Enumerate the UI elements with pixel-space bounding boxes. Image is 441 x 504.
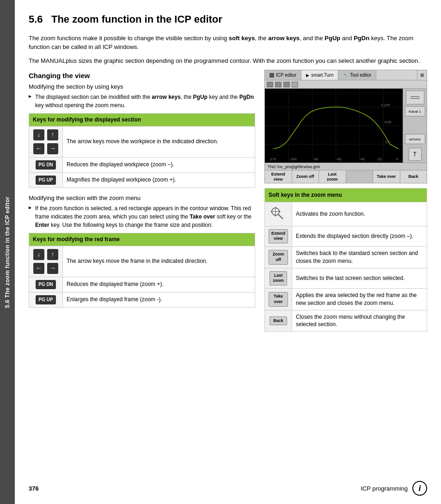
sk-takeover-btn[interactable]: Take over <box>269 292 288 306</box>
icp-softkey-empty <box>346 170 374 183</box>
icp-status-bar: TNC:\nc_prog\gti\krwise.gmi <box>265 163 427 170</box>
icp-tab-editor[interactable]: ICP editor <box>265 70 301 80</box>
footer-right: ICP programming i <box>361 481 427 496</box>
bullet-zoom-menu: If the zoom function is selected, a red … <box>29 204 255 229</box>
pgup-key: PG UP <box>36 176 55 185</box>
tool-icon: 🔧 <box>343 73 348 78</box>
table-row: Back Closes the zoom menu without changi… <box>265 310 427 332</box>
tb-btn-3[interactable] <box>283 82 290 87</box>
sk-zoomoff-cell: Zoom off <box>265 247 292 268</box>
svg-marker-22 <box>275 206 276 208</box>
table-row: Zoom off Switches back to the standard s… <box>265 247 427 268</box>
icp-softkey-bar: Extend view Zoom off Last zoom Take over… <box>265 170 427 183</box>
arrow-pair-ud: ↓ ↑ <box>33 129 59 141</box>
svg-text:-170: -170 <box>269 157 276 161</box>
key-cell-pgdn: PG DN <box>29 157 63 172</box>
icp-right-panel: Kanal 1 service T <box>403 89 427 163</box>
right-panel-top-btn[interactable] <box>406 91 424 104</box>
icp-tab-icon <box>270 73 274 78</box>
chart-svg: -170 -100 -90 -60 -40 -20 0 0.125 0.05 0… <box>265 89 403 163</box>
two-col-layout: Changing the view Modifying the section … <box>29 70 427 332</box>
tb-btn-1[interactable] <box>267 82 273 87</box>
sk-lastzoom-label: Last zoom <box>273 273 284 283</box>
section-title: The zoom function in the ICP editor <box>51 13 222 25</box>
icp-t-btn[interactable]: T <box>409 148 422 161</box>
key-cell-arrows-ud-2: ↓ ↑ ← → <box>29 246 63 277</box>
table-row: PG DN Reduces the displayed frame (zoom … <box>29 277 255 292</box>
icp-status-text: TNC:\nc_prog\gti\krwise.gmi <box>268 164 320 169</box>
icp-tab-tool[interactable]: 🔧 Tool editor <box>338 70 376 80</box>
arrow-right-icon: → <box>47 143 58 154</box>
table2-row1-desc: The arrow keys move the frame in the ind… <box>63 246 255 277</box>
table1-row2-desc: Reduces the displayed workpiece (zoom –)… <box>63 157 255 172</box>
sk-row6-desc: Closes the zoom menu without changing th… <box>292 310 427 332</box>
table-row: PG UP Enlarges the displayed frame (zoom… <box>29 292 255 307</box>
icp-softkey-takeover[interactable]: Take over <box>373 170 400 183</box>
key-cell-pgup-2: PG UP <box>29 292 63 307</box>
main-content: 5.6 The zoom function in the ICP editor … <box>15 0 441 341</box>
icp-tab-smartturn[interactable]: ▶ smart.Turn <box>301 70 338 80</box>
svg-text:-20: -20 <box>377 157 382 161</box>
tb-btn-2[interactable] <box>275 82 282 87</box>
svg-text:0: 0 <box>396 157 398 161</box>
arrow-pair-lr-2: ← → <box>33 262 59 274</box>
icp-tool-label: Tool editor <box>350 73 371 78</box>
icp-softkey-back[interactable]: Back <box>400 170 427 183</box>
table-row: Extend view Extends the displayed sectio… <box>265 226 427 246</box>
sk-zoomoff-btn[interactable]: Zoom off <box>269 250 288 264</box>
sk-row1-desc: Activates the zoom function. <box>292 202 427 226</box>
icp-smartturn-label: smart.Turn <box>311 73 333 78</box>
sk-extend-label: Extend view <box>271 231 285 241</box>
sk-lastzoom-cell: Last zoom <box>265 268 292 288</box>
table1-row1-desc: The arrow keys move the workpiece in the… <box>63 126 255 157</box>
icp-grid-btn[interactable]: ⊞ <box>417 70 427 80</box>
tb-btn-4[interactable] <box>292 82 298 87</box>
smartturn-icon: ▶ <box>306 73 309 78</box>
svg-text:-60: -60 <box>337 157 342 161</box>
keys-table-2: Keys for modifying the red frame ↓ ↑ ← →… <box>29 233 255 308</box>
table-row: ↓ ↑ ← → The arrow keys move the workpiec… <box>29 126 255 157</box>
svg-text:-90: -90 <box>313 157 318 161</box>
arrow-right-2-icon: → <box>47 263 58 274</box>
icp-service-btn[interactable]: service <box>405 134 425 144</box>
section-heading: 5.6 The zoom function in the ICP editor <box>29 13 427 26</box>
arrow-down-2-icon: ↓ <box>33 249 44 260</box>
table-row: ↓ ↑ ← → The arrow keys move the frame in… <box>29 246 255 277</box>
icp-main-area: -170 -100 -90 -60 -40 -20 0 0.125 0.05 0… <box>265 89 427 163</box>
sidebar: 5.6 The zoom function in the ICP editor <box>0 0 15 504</box>
key-cell-pgup: PG UP <box>29 172 63 188</box>
icp-canvas: -170 -100 -90 -60 -40 -20 0 0.125 0.05 0… <box>265 89 403 163</box>
table-row: PG DN Reduces the displayed workpiece (z… <box>29 157 255 172</box>
sk-lastzoom-btn[interactable]: Last zoom <box>270 271 287 285</box>
page-footer: 376 ICP programming i <box>15 481 441 496</box>
softkey-takeover-label: Take over <box>377 174 396 179</box>
pgup-2-key: PG UP <box>36 295 55 304</box>
pgdn-key: PG DN <box>36 160 56 170</box>
sidebar-label: 5.6 The zoom function in the ICP editor <box>4 196 11 308</box>
arrow-down-icon: ↓ <box>33 129 44 140</box>
table-row: Last zoom Switches to the last screen se… <box>265 268 427 288</box>
icp-softkey-zoomoff[interactable]: Zoom off <box>292 170 319 183</box>
svg-text:0.05: 0.05 <box>385 120 391 124</box>
sk-extend-btn[interactable]: Extend view <box>269 229 288 243</box>
footer-chapter: ICP programming <box>361 485 408 492</box>
icp-kanal-btn[interactable]: Kanal 1 <box>405 106 425 116</box>
arrow-left-2-icon: ← <box>33 263 44 274</box>
icp-softkey-extend[interactable]: Extend view <box>265 170 292 183</box>
tab-spacer <box>376 70 417 80</box>
softkey-extend-label: Extend view <box>271 172 285 182</box>
sk-back-btn[interactable]: Back <box>270 316 287 326</box>
subheading-changing: Changing the view <box>29 72 255 79</box>
sk-zoom-icon-cell <box>265 202 292 226</box>
softkey-lastzoom-label: Last zoom <box>327 172 338 182</box>
zoom-icon <box>269 205 288 221</box>
kanal-label: Kanal 1 <box>409 109 421 114</box>
key-cell-pgdn-2: PG DN <box>29 277 63 292</box>
table1-header: Keys for modifying the displayed section <box>29 114 255 127</box>
icp-softkey-lastzoom[interactable]: Last zoom <box>319 170 346 183</box>
table-row: PG UP Magnifies the displayed workpiece … <box>29 172 255 188</box>
svg-text:-100: -100 <box>290 157 297 161</box>
arrow-left-icon: ← <box>33 143 44 154</box>
table2-row2-desc: Reduces the displayed frame (zoom +). <box>63 277 255 292</box>
sk-takeover-cell: Take over <box>265 289 292 310</box>
